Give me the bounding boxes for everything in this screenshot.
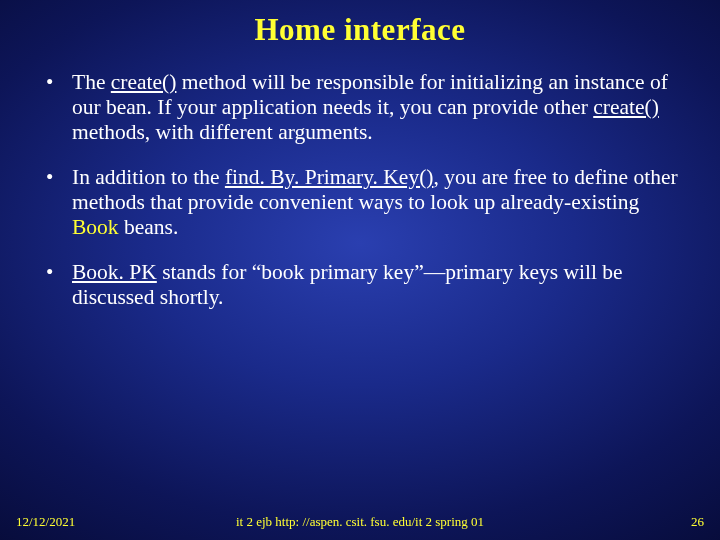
- bullet-item: Book. PK stands for “book primary key”—p…: [36, 260, 684, 310]
- underline-text: Book. PK: [72, 260, 157, 284]
- underline-text: create(): [593, 95, 659, 119]
- bullet-item: The create() method will be responsible …: [36, 70, 684, 145]
- footer-middle: it 2 ejb http: //aspen. csit. fsu. edu/i…: [16, 514, 704, 530]
- slide: Home interface The create() method will …: [0, 0, 720, 540]
- underline-text: create(): [111, 70, 177, 94]
- footer-page-number: 26: [691, 514, 704, 530]
- footer: 12/12/2021 it 2 ejb http: //aspen. csit.…: [0, 514, 720, 530]
- text: methods, with different arguments.: [72, 120, 373, 144]
- text: beans.: [119, 215, 179, 239]
- bullet-list: The create() method will be responsible …: [36, 70, 684, 310]
- text: The: [72, 70, 111, 94]
- text: In addition to the: [72, 165, 225, 189]
- footer-date: 12/12/2021: [16, 514, 75, 530]
- bullet-item: In addition to the find. By. Primary. Ke…: [36, 165, 684, 240]
- slide-title: Home interface: [30, 12, 690, 48]
- highlight-text: Book: [72, 215, 119, 239]
- underline-text: find. By. Primary. Key(): [225, 165, 434, 189]
